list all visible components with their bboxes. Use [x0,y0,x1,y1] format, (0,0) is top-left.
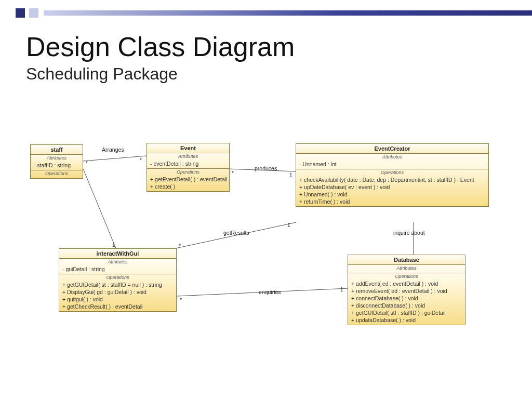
assoc-label-produces: produces [255,165,277,171]
operations-label: Operations [59,274,176,281]
svg-line-2 [83,169,117,252]
class-database: Database Attributes Operations + addEven… [348,255,466,325]
operation: + getGUIDetail( stI : staffID ) : guiDet… [348,309,465,316]
svg-line-0 [83,156,147,161]
operation: + Unnamed( ) : void [296,191,488,198]
class-staff: staff Attributes - staffID : string Oper… [30,144,83,179]
mult-enquiries-gui: * [180,297,182,303]
class-event: Event Attributes - eventDetail : string … [147,143,230,192]
class-name: Event [147,143,229,153]
operation: + returnTime( ) : void [296,198,488,205]
attribute: - eventDetail : string [147,160,229,167]
operation: + upDateDatabase( ev : event ) : void [296,183,488,191]
mult-getresults-gui: * [179,243,181,249]
operation: + updataDatabase( ) : void [348,316,465,324]
operation: + disconnectDatabase( ) : void [348,302,465,309]
attributes-label: Attributes [296,154,488,161]
operation: + DisplayGui( gd : guiDetail ) : void [59,288,176,296]
operation: + connectDatabase( ) : void [348,295,465,302]
operation: + getGUIDetail( st : staffID = null ) : … [59,281,176,288]
class-name: EventCreator [296,144,488,154]
class-name: Database [348,255,465,265]
operation: + getCheckResult( ) : eventDetail [59,303,176,310]
operations-label: Operations [147,169,229,176]
operation: + quitgui( ) : void [59,296,176,303]
mult-arranges-staff: * [86,161,88,166]
class-event-creator: EventCreator Attributes - Unnamed : int … [296,143,489,207]
assoc-label-enquiries: enquiries [259,289,281,295]
diagram-canvas: staff Attributes - staffID : string Oper… [0,0,532,399]
assoc-label-get-results: getResults [223,230,249,236]
operations-label: Operations [31,170,83,177]
operations-label: Operations [348,273,465,280]
operation: + removeEvent( ed : eventDetail ) : void [348,287,465,295]
attributes-label: Attributes [31,155,83,162]
assoc-label-arranges: Arranges [102,147,124,153]
attribute: - staffID : string [31,162,83,169]
operation: + create( ) [147,183,229,190]
attribute: - guiDetail : string [59,265,176,273]
mult-enquiries-db: 1 [340,287,343,292]
assoc-label-inquire-about: inquire about [393,230,425,236]
mult-produces-event: * [232,170,234,176]
class-name: interactWithGui [59,249,176,259]
operations-label: Operations [296,169,488,176]
operation: + getEventDetail( ) : eventDetail [147,176,229,183]
operation: + checkAvailability( date : Date, dep : … [296,176,488,183]
mult-getresults-creator: 1 [287,222,290,228]
attributes-label: Attributes [147,153,229,160]
class-interact-with-gui: interactWithGui Attributes - guiDetail :… [59,248,177,312]
mult-arranges-event: * [140,157,142,163]
attributes-label: Attributes [348,265,465,272]
mult-produces-creator: 1 [289,172,292,178]
class-name: staff [31,145,83,155]
operation: + addEvent( ed : eventDetail ) : void [348,280,465,287]
attribute: - Unnamed : int [296,161,488,168]
attributes-label: Attributes [59,259,176,265]
mult-staff-to-gui: 1 [112,242,115,248]
